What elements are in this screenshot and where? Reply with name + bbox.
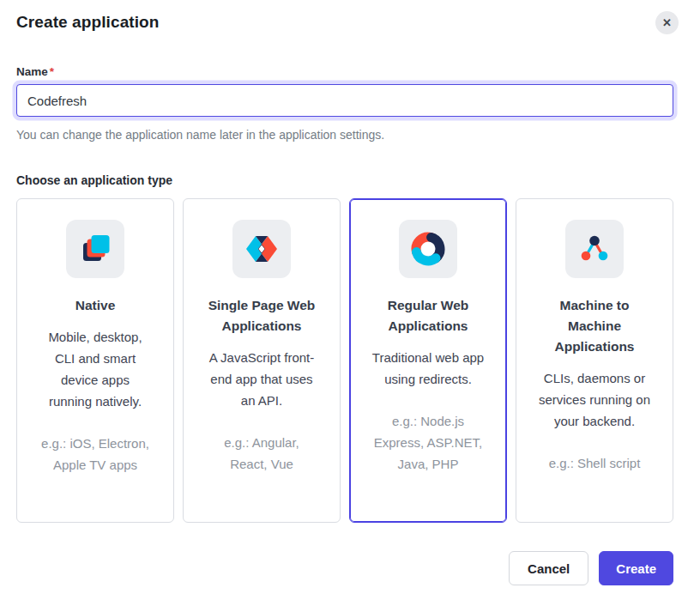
card-examples: e.g.: Node.js Express, ASP.NET, Java, PH… (371, 410, 486, 475)
card-title: Machine to Machine Applications (537, 295, 652, 357)
application-type-grid: Native Mobile, desktop, CLI and smart de… (16, 198, 673, 523)
card-machine-to-machine[interactable]: Machine to Machine Applications CLIs, da… (516, 198, 673, 523)
application-type-label: Choose an application type (16, 173, 673, 187)
card-examples: e.g.: Shell script (537, 452, 652, 474)
name-field-label: Name* (16, 65, 673, 78)
card-title: Regular Web Applications (371, 295, 486, 336)
close-icon: ✕ (662, 17, 672, 28)
dialog-title: Create application (16, 13, 160, 32)
card-single-page-web[interactable]: Single Page Web Applications A JavaScrip… (183, 198, 341, 523)
card-description: CLIs, daemons or services running on you… (537, 367, 652, 432)
name-label-text: Name (16, 65, 48, 78)
card-description: A JavaScript front-end app that uses an … (204, 347, 319, 411)
card-title: Single Page Web Applications (204, 295, 319, 336)
application-name-input[interactable] (16, 84, 673, 117)
stacked-squares-icon (66, 220, 124, 278)
card-description: Traditional web app using redirects. (371, 347, 486, 390)
card-native[interactable]: Native Mobile, desktop, CLI and smart de… (16, 198, 174, 523)
cancel-button[interactable]: Cancel (509, 551, 588, 585)
card-examples: e.g.: iOS, Electron, Apple TV apps (38, 433, 153, 476)
required-asterisk: * (50, 65, 54, 78)
create-button[interactable]: Create (599, 551, 673, 585)
card-regular-web[interactable]: Regular Web Applications Traditional web… (349, 198, 507, 523)
card-description: Mobile, desktop, CLI and smart device ap… (38, 326, 153, 412)
card-title: Native (38, 295, 153, 316)
card-examples: e.g.: Angular, React, Vue (204, 432, 319, 475)
name-helper-text: You can change the application name late… (16, 128, 673, 142)
donut-swirl-icon (399, 220, 457, 278)
network-nodes-icon (565, 220, 624, 278)
dialog-footer: Cancel Create (16, 551, 673, 585)
dialog-header: Create application ✕ (16, 13, 673, 32)
close-button[interactable]: ✕ (655, 11, 679, 34)
gem-hexagon-icon (232, 220, 291, 278)
